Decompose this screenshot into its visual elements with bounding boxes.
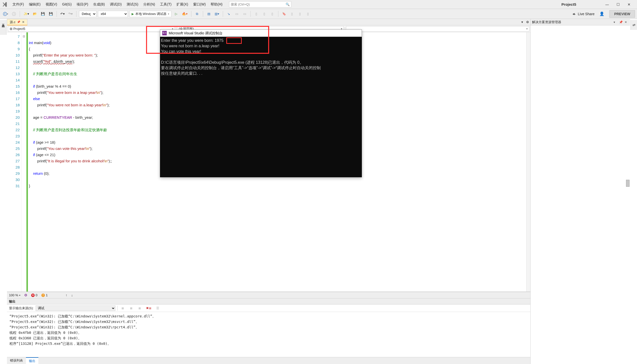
tool-btn-4[interactable]: ↘ <box>225 11 232 17</box>
zoom-level[interactable]: 100 % ▾ <box>9 293 21 297</box>
main-toolbar: ▾ ✨▾ 📂 💾 💾 ↶▾ ↷▾ Debug x64 ▶ 本地 Windows … <box>0 9 637 19</box>
menu-item[interactable]: 编辑(E) <box>27 1 43 8</box>
toolbox-tab[interactable]: 工具箱 <box>0 20 7 35</box>
tool-btn-11[interactable]: ▯ <box>289 11 295 17</box>
tool-btn-8[interactable]: ▯ <box>261 11 268 17</box>
output-text[interactable]: “Project5.exe”(Win32): 已加载“C:\Windows\Sy… <box>7 312 530 357</box>
account-button[interactable]: 👤 <box>598 11 605 17</box>
tab-gear-icon[interactable]: ⚙ <box>525 19 530 26</box>
right-side-tab[interactable]: ⇄ <box>630 20 637 30</box>
pin-icon[interactable]: 📌 <box>17 20 21 24</box>
out-tool-1[interactable]: ≣ <box>120 305 126 312</box>
solution-explorer: 解决方案资源管理器 ▾ 📌 ✕ <box>530 19 630 364</box>
live-share-button[interactable]: Live Share <box>569 12 597 16</box>
doc-tab-label: 源.c <box>10 20 16 24</box>
tab-dropdown[interactable]: ▾ <box>519 19 525 26</box>
panel-pin-icon[interactable]: 📌 <box>619 20 623 24</box>
line-number-gutter: 7891011121314151617181920212223242526272… <box>7 32 22 292</box>
tool-btn-6[interactable]: ▭ <box>241 11 248 17</box>
tool-btn-7[interactable]: ▯ <box>253 11 260 17</box>
start-debug-button[interactable]: ▶ 本地 Windows 调试器 ▾ <box>129 11 171 17</box>
config-select[interactable]: Debug <box>79 11 96 17</box>
solution-name: Project5 <box>557 2 596 6</box>
output-panel: 输出 显示输出来源(S): 调试 ≣ ≣ ≣ ✖≣ ☰ “Project5.ex… <box>7 298 530 357</box>
menu-item[interactable]: 生成(B) <box>91 1 107 8</box>
window-minimize-button[interactable]: — <box>602 1 612 8</box>
menu-bar: 文件(F)编辑(E)视图(V)Git(G)项目(P)生成(B)调试(D)测试(S… <box>0 0 637 9</box>
out-clear-button[interactable]: ✖≣ <box>145 305 153 312</box>
editor-scrollbar[interactable] <box>526 32 530 292</box>
menu-item[interactable]: 窗口(W) <box>191 1 208 8</box>
run-label: 本地 Windows 调试器 <box>135 12 166 16</box>
menu-item[interactable]: 分析(N) <box>141 1 158 8</box>
fold-column[interactable]: ⊟ <box>22 32 27 292</box>
share-icon <box>572 12 576 16</box>
hot-reload-button[interactable]: 🔥▾ <box>181 11 189 17</box>
menu-item[interactable]: Git(G) <box>60 1 74 8</box>
menu-item[interactable]: 帮助(H) <box>208 1 225 8</box>
tool-btn-1[interactable]: ⧉ <box>194 11 200 17</box>
close-tab-icon[interactable]: ✕ <box>22 20 25 24</box>
tool-btn-2[interactable]: ▤ <box>206 11 212 17</box>
nav-up-button[interactable]: ↑ <box>66 293 67 297</box>
nav-down-button[interactable]: ↓ <box>71 293 73 297</box>
new-item-button[interactable]: ✨▾ <box>23 11 30 17</box>
tool-btn-3[interactable]: ▥▾ <box>214 11 220 17</box>
save-all-button[interactable]: 💾 <box>48 11 54 17</box>
panel-dropdown-icon[interactable]: ▾ <box>613 20 617 24</box>
warning-count[interactable]: !1 <box>41 293 48 297</box>
output-source-select[interactable]: 调试 <box>36 306 115 311</box>
nav-project-combo[interactable]: ⊞ Project5▾ <box>8 26 175 32</box>
tool-btn-13[interactable]: ▯ <box>305 11 311 17</box>
doc-tab-source-c[interactable]: 源.c 📌 ✕ <box>7 19 28 26</box>
vs-logo-icon <box>2 1 8 8</box>
menu-item[interactable]: 视图(V) <box>43 1 60 8</box>
undo-button[interactable]: ↶▾ <box>59 11 66 17</box>
tool-btn-10[interactable]: 🔖 <box>281 11 287 17</box>
menu-item[interactable]: 扩展(X) <box>174 1 191 8</box>
out-tool-5[interactable]: ☰ <box>155 305 161 312</box>
out-tool-2[interactable]: ≣ <box>128 305 135 312</box>
out-tool-3[interactable]: ≣ <box>137 305 143 312</box>
menu-item[interactable]: 测试(S) <box>124 1 141 8</box>
svg-point-0 <box>3 12 7 16</box>
output-source-label: 显示输出来源(S): <box>9 306 34 310</box>
open-button[interactable]: 📂 <box>32 11 38 17</box>
search-icon: 🔍 <box>286 2 289 6</box>
nav-back-button[interactable]: ▾ <box>2 11 9 17</box>
error-count[interactable]: ✕0 <box>31 293 37 297</box>
global-search[interactable]: 🔍 <box>229 1 291 8</box>
console-titlebar[interactable]: C:\ Microsoft Visual Studio 调试控制台 <box>160 30 362 37</box>
document-tabs: 源.c 📌 ✕ ▾ ⚙ <box>7 19 530 26</box>
output-toolbar: 显示输出来源(S): 调试 ≣ ≣ ≣ ✖≣ ☰ <box>7 304 530 312</box>
solution-scrollbar[interactable] <box>626 180 629 187</box>
output-title: 输出 <box>7 298 530 304</box>
menu-item[interactable]: 调试(D) <box>107 1 124 8</box>
tab-error-list[interactable]: 错误列表 <box>7 357 26 364</box>
window-maximize-button[interactable]: ☐ <box>612 1 623 8</box>
preview-button[interactable]: PREVIEW <box>609 10 635 18</box>
menu-item[interactable]: 项目(P) <box>74 1 91 8</box>
search-input[interactable] <box>231 2 286 6</box>
tool-btn-12[interactable]: ▯ <box>297 11 303 17</box>
tool-btn-9[interactable]: ▯ <box>269 11 276 17</box>
redo-button[interactable]: ↷▾ <box>67 11 74 17</box>
menu-item[interactable]: 工具(T) <box>158 1 174 8</box>
bottom-tabs: 错误列表 输出 <box>7 357 530 364</box>
debug-console-window[interactable]: C:\ Microsoft Visual Studio 调试控制台 Enter … <box>160 30 362 177</box>
tab-output[interactable]: 输出 <box>26 357 38 364</box>
window-close-button[interactable]: ✕ <box>623 1 634 8</box>
start-without-debug-button[interactable]: ▷ <box>173 11 179 17</box>
console-text: Enter the year you were born: 1975 You w… <box>160 37 362 77</box>
save-button[interactable]: 💾 <box>40 11 46 17</box>
menu-item[interactable]: 文件(F) <box>10 1 27 8</box>
nav-member-combo[interactable]: ▾ <box>346 26 529 32</box>
platform-select[interactable]: x64 <box>98 11 128 17</box>
nav-fwd-button[interactable] <box>11 11 17 17</box>
tool-btn-5[interactable]: ▭ <box>233 11 240 17</box>
console-icon: C:\ <box>162 31 167 35</box>
play-icon: ▶ <box>132 12 134 16</box>
panel-close-icon[interactable]: ✕ <box>624 20 628 24</box>
health-icon[interactable]: ✪ <box>25 293 27 297</box>
svg-point-1 <box>12 12 16 16</box>
